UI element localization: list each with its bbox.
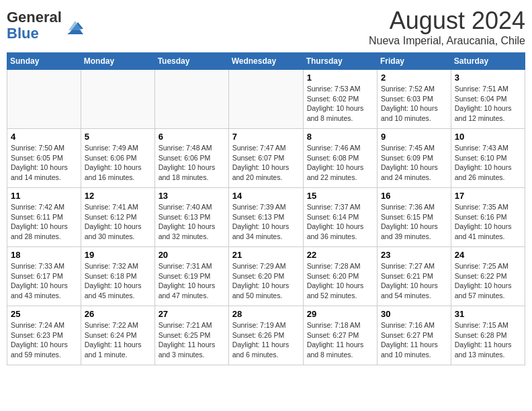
calendar-cell-31: 28Sunrise: 7:19 AMSunset: 6:26 PMDayligh… (228, 306, 303, 365)
calendar-cell-19: 16Sunrise: 7:36 AMSunset: 6:15 PMDayligh… (378, 188, 451, 247)
calendar-cell-12: 9Sunrise: 7:45 AMSunset: 6:09 PMDaylight… (378, 129, 451, 188)
day-number: 16 (381, 191, 447, 201)
day-number: 1 (307, 73, 373, 83)
calendar-cell-33: 30Sunrise: 7:16 AMSunset: 6:27 PMDayligh… (378, 306, 451, 365)
weekday-header-monday: Monday (81, 53, 154, 70)
day-number: 26 (85, 309, 151, 319)
calendar-cell-16: 13Sunrise: 7:40 AMSunset: 6:13 PMDayligh… (154, 188, 228, 247)
calendar-cell-4: 1Sunrise: 7:53 AMSunset: 6:02 PMDaylight… (303, 70, 377, 129)
calendar-table: SundayMondayTuesdayWednesdayThursdayFrid… (7, 52, 525, 365)
day-info: Sunrise: 7:32 AMSunset: 6:18 PMDaylight:… (85, 261, 151, 301)
day-info: Sunrise: 7:39 AMSunset: 6:13 PMDaylight:… (232, 202, 300, 242)
calendar-cell-8: 5Sunrise: 7:49 AMSunset: 6:06 PMDaylight… (81, 129, 154, 188)
weekday-header-friday: Friday (378, 53, 451, 70)
weekday-header-tuesday: Tuesday (154, 53, 228, 70)
day-info: Sunrise: 7:48 AMSunset: 6:06 PMDaylight:… (159, 143, 225, 183)
day-number: 21 (232, 250, 300, 260)
calendar-cell-3 (228, 70, 303, 129)
location-subtitle: Nueva Imperial, Araucania, Chile (369, 35, 525, 47)
day-number: 23 (381, 250, 447, 260)
calendar-cell-2 (154, 70, 228, 129)
day-info: Sunrise: 7:15 AMSunset: 6:28 PMDaylight:… (455, 320, 521, 360)
calendar-cell-1 (81, 70, 154, 129)
calendar-cell-32: 29Sunrise: 7:18 AMSunset: 6:27 PMDayligh… (303, 306, 377, 365)
weekday-header-thursday: Thursday (303, 53, 377, 70)
day-number: 30 (381, 309, 447, 319)
day-number: 18 (11, 250, 77, 260)
day-number: 13 (159, 191, 225, 201)
calendar-cell-10: 7Sunrise: 7:47 AMSunset: 6:07 PMDaylight… (228, 129, 303, 188)
day-info: Sunrise: 7:33 AMSunset: 6:17 PMDaylight:… (11, 261, 77, 301)
day-number: 28 (232, 309, 300, 319)
day-number: 5 (85, 132, 151, 142)
calendar-cell-34: 31Sunrise: 7:15 AMSunset: 6:28 PMDayligh… (451, 306, 525, 365)
calendar-week-5: 25Sunrise: 7:24 AMSunset: 6:23 PMDayligh… (7, 306, 525, 365)
calendar-cell-20: 17Sunrise: 7:35 AMSunset: 6:16 PMDayligh… (451, 188, 525, 247)
calendar-cell-13: 10Sunrise: 7:43 AMSunset: 6:10 PMDayligh… (451, 129, 525, 188)
logo-icon (64, 15, 85, 36)
page-header: General Blue August 2024 Nueva Imperial,… (7, 7, 525, 47)
month-year-title: August 2024 (369, 7, 525, 35)
day-number: 19 (85, 250, 151, 260)
day-info: Sunrise: 7:19 AMSunset: 6:26 PMDaylight:… (232, 320, 300, 360)
day-info: Sunrise: 7:52 AMSunset: 6:03 PMDaylight:… (381, 84, 447, 124)
day-info: Sunrise: 7:25 AMSunset: 6:22 PMDaylight:… (455, 261, 521, 301)
day-info: Sunrise: 7:42 AMSunset: 6:11 PMDaylight:… (11, 202, 77, 242)
calendar-cell-0 (7, 70, 81, 129)
calendar-cell-9: 6Sunrise: 7:48 AMSunset: 6:06 PMDaylight… (154, 129, 228, 188)
calendar-cell-26: 23Sunrise: 7:27 AMSunset: 6:21 PMDayligh… (378, 247, 451, 306)
calendar-cell-18: 15Sunrise: 7:37 AMSunset: 6:14 PMDayligh… (303, 188, 377, 247)
calendar-cell-5: 2Sunrise: 7:52 AMSunset: 6:03 PMDaylight… (378, 70, 451, 129)
calendar-cell-24: 21Sunrise: 7:29 AMSunset: 6:20 PMDayligh… (228, 247, 303, 306)
day-info: Sunrise: 7:45 AMSunset: 6:09 PMDaylight:… (381, 143, 447, 183)
day-info: Sunrise: 7:22 AMSunset: 6:24 PMDaylight:… (85, 320, 151, 360)
day-info: Sunrise: 7:40 AMSunset: 6:13 PMDaylight:… (159, 202, 225, 242)
day-info: Sunrise: 7:21 AMSunset: 6:25 PMDaylight:… (159, 320, 225, 360)
day-number: 12 (85, 191, 151, 201)
day-number: 17 (455, 191, 521, 201)
weekday-header-row: SundayMondayTuesdayWednesdayThursdayFrid… (7, 53, 525, 70)
day-info: Sunrise: 7:50 AMSunset: 6:05 PMDaylight:… (11, 143, 77, 183)
day-info: Sunrise: 7:53 AMSunset: 6:02 PMDaylight:… (307, 84, 373, 124)
day-number: 2 (381, 73, 447, 83)
day-number: 20 (159, 250, 225, 260)
calendar-cell-7: 4Sunrise: 7:50 AMSunset: 6:05 PMDaylight… (7, 129, 81, 188)
calendar-cell-30: 27Sunrise: 7:21 AMSunset: 6:25 PMDayligh… (154, 306, 228, 365)
calendar-cell-28: 25Sunrise: 7:24 AMSunset: 6:23 PMDayligh… (7, 306, 81, 365)
calendar-cell-14: 11Sunrise: 7:42 AMSunset: 6:11 PMDayligh… (7, 188, 81, 247)
day-number: 4 (11, 132, 77, 142)
calendar-cell-22: 19Sunrise: 7:32 AMSunset: 6:18 PMDayligh… (81, 247, 154, 306)
calendar-cell-15: 12Sunrise: 7:41 AMSunset: 6:12 PMDayligh… (81, 188, 154, 247)
logo: General Blue (7, 9, 85, 42)
title-block: August 2024 Nueva Imperial, Araucania, C… (369, 7, 525, 47)
calendar-week-4: 18Sunrise: 7:33 AMSunset: 6:17 PMDayligh… (7, 247, 525, 306)
logo-general-text: General (7, 9, 62, 26)
day-number: 25 (11, 309, 77, 319)
day-info: Sunrise: 7:24 AMSunset: 6:23 PMDaylight:… (11, 320, 77, 360)
day-info: Sunrise: 7:36 AMSunset: 6:15 PMDaylight:… (381, 202, 447, 242)
calendar-cell-11: 8Sunrise: 7:46 AMSunset: 6:08 PMDaylight… (303, 129, 377, 188)
day-number: 7 (232, 132, 300, 142)
day-number: 22 (307, 250, 373, 260)
day-info: Sunrise: 7:37 AMSunset: 6:14 PMDaylight:… (307, 202, 373, 242)
weekday-header-wednesday: Wednesday (228, 53, 303, 70)
day-info: Sunrise: 7:28 AMSunset: 6:20 PMDaylight:… (307, 261, 373, 301)
day-number: 29 (307, 309, 373, 319)
calendar-week-1: 1Sunrise: 7:53 AMSunset: 6:02 PMDaylight… (7, 70, 525, 129)
calendar-week-2: 4Sunrise: 7:50 AMSunset: 6:05 PMDaylight… (7, 129, 525, 188)
weekday-header-sunday: Sunday (7, 53, 81, 70)
calendar-week-3: 11Sunrise: 7:42 AMSunset: 6:11 PMDayligh… (7, 188, 525, 247)
calendar-cell-29: 26Sunrise: 7:22 AMSunset: 6:24 PMDayligh… (81, 306, 154, 365)
calendar-cell-17: 14Sunrise: 7:39 AMSunset: 6:13 PMDayligh… (228, 188, 303, 247)
day-number: 14 (232, 191, 300, 201)
calendar-cell-25: 22Sunrise: 7:28 AMSunset: 6:20 PMDayligh… (303, 247, 377, 306)
day-info: Sunrise: 7:51 AMSunset: 6:04 PMDaylight:… (455, 84, 521, 124)
day-number: 3 (455, 73, 521, 83)
day-number: 31 (455, 309, 521, 319)
day-info: Sunrise: 7:43 AMSunset: 6:10 PMDaylight:… (455, 143, 521, 183)
day-info: Sunrise: 7:41 AMSunset: 6:12 PMDaylight:… (85, 202, 151, 242)
day-number: 10 (455, 132, 521, 142)
day-info: Sunrise: 7:29 AMSunset: 6:20 PMDaylight:… (232, 261, 300, 301)
weekday-header-saturday: Saturday (451, 53, 525, 70)
day-info: Sunrise: 7:27 AMSunset: 6:21 PMDaylight:… (381, 261, 447, 301)
